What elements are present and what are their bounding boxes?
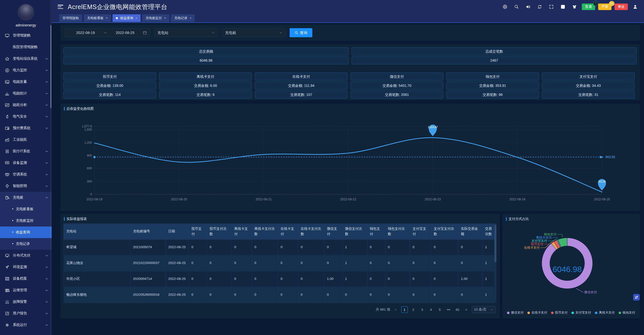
sidebar-item-医院管理驾驶舱[interactable]: 医院管理驾驶舱 [0,41,52,53]
sidebar-subitem-充电桩看板[interactable]: 充电桩看板 [0,203,52,215]
pile-select[interactable]: 充电桩 [222,28,286,37]
sidebar-subitem-充电记录[interactable]: 充电记录 [0,238,52,250]
alarm-badge-普通[interactable]: 普通7 [582,4,595,10]
pagination-page-3[interactable]: 3 [419,306,425,313]
pagination-page-1[interactable]: 1 [401,306,408,313]
legend-item-支付宝支付[interactable]: 支付宝支付 [571,311,591,315]
donut-legend: 微信支付在线卡支付投币支付支付宝支付离线卡支付钱包支付 [502,311,640,315]
sidebar-item-变电站综自系统[interactable]: 变电站综自系统 [0,53,52,64]
date-range-picker[interactable]: 2022-08-19 ~ 2022-08-25 [64,28,150,37]
table-header-cell: 日期 [166,224,189,240]
table-cell: 0 [232,287,252,303]
chevron-up-icon [45,196,48,199]
query-button[interactable]: 查询 [290,28,312,37]
date-start[interactable]: 2022-08-19 [68,31,103,35]
tab-充电桩看板[interactable]: 充电桩看板 [84,14,111,22]
legend-dot-icon [619,312,621,314]
hvac-icon [5,172,10,177]
sidebar-item-充电桩[interactable]: 充电桩 [0,192,52,203]
theme-icon[interactable] [570,3,579,11]
date-separator: ~ [103,31,107,35]
table-cell: 0 [324,239,343,255]
chevron-down-icon [45,115,48,118]
sidebar-item-医疗IT系统[interactable]: 医疗IT系统 [0,145,52,157]
pagination-page-4[interactable]: 4 [428,306,434,313]
table-cell: 0 [385,271,410,287]
legend-item-在线卡支付[interactable]: 在线卡支付 [527,311,547,315]
sidebar-item-能耗分析[interactable]: 能耗分析 [0,99,52,111]
table-scrollbar-thumb[interactable] [494,225,496,262]
fullscreen-icon[interactable] [547,3,556,11]
record-icon[interactable] [501,3,509,11]
legend-item-钱包支付[interactable]: 钱包支付 [619,311,635,315]
station-select[interactable]: 充电站 [154,28,218,37]
table-cell: 0 [410,239,431,255]
sidebar-item-环境监测[interactable]: 环境监测 [0,261,52,273]
sidebar-item-预付费系统[interactable]: 预付费系统 [0,122,52,134]
query-panel: 2022-08-19 ~ 2022-08-25 充电站 充电桩 查询 [60,25,640,41]
prepaid-icon [5,126,10,131]
table-cell: 2020004714 [130,271,166,287]
alarm-badge-事故[interactable]: 事故 [615,4,628,10]
pagination-prev-icon[interactable]: < [392,306,399,313]
sidebar-scrollbar-thumb[interactable] [50,25,51,108]
avatar[interactable] [18,4,34,21]
payment-card-amount: 交易金额: 6.00 [159,82,252,90]
sidebar-item-label: 设备档案 [13,276,27,281]
pagination-page-45[interactable]: 45 [454,306,461,313]
legend-dot-icon [507,312,510,314]
menu-collapse-icon[interactable] [58,5,63,9]
legend-label: 离线卡支付 [599,311,615,315]
sidebar-item-运维管理[interactable]: 运维管理 [0,284,52,296]
pagination-page-2[interactable]: 2 [410,306,417,313]
sidebar-subitem-充电桩监控[interactable]: 充电桩监控 [0,215,52,227]
tab-close-icon[interactable] [164,16,166,20]
sidebar-item-工业能耗[interactable]: 工业能耗 [0,134,52,145]
sidebar-item-电力监控[interactable]: 电力监控 [0,64,52,76]
sidebar-item-管理驾驶舱[interactable]: 管理驾驶舱 [0,30,52,41]
sidebar-item-设备监测[interactable]: 设备监测 [0,157,52,169]
legend-item-离线卡支付[interactable]: 离线卡支付 [595,311,615,315]
alarm-badge-严重[interactable]: 严重84 [598,4,612,10]
tab-充电记录[interactable]: 充电记录 [171,14,195,22]
sound-icon[interactable] [524,3,532,11]
table-row: 畅达峰东侧地202205260000182022-08-250000000000… [64,287,495,303]
sidebar-item-电气安全[interactable]: 电气安全 [0,111,52,122]
table-cell: 0 [324,287,343,303]
tab-close-icon[interactable] [135,16,137,20]
sidebar-item-空调系统[interactable]: 空调系统 [0,169,52,180]
legend-item-微信支付[interactable]: 微信支付 [507,311,524,315]
table-header-cell: 交易次数 [483,224,495,240]
sidebar-item-智能照明[interactable]: 智能照明 [0,180,52,192]
sidebar-item-label: 环境监测 [13,265,27,269]
pagination-page-5[interactable]: 5 [436,306,443,313]
legend-item-投币支付[interactable]: 投币支付 [551,311,568,315]
tab-充电桩监控[interactable]: 充电桩监控 [142,14,169,22]
tab-close-icon[interactable] [190,16,191,20]
sidebar-item-label: 工业能耗 [13,137,27,142]
date-end[interactable]: 2022-08-25 [107,31,143,35]
payment-amount-value: 34.43 [592,84,601,88]
revenue-report-panel: 实际收益报表 充电站充电桩编号日期投币支付投币支付次数离线卡支付离线卡支付次数在… [60,214,500,318]
pagination-next-icon[interactable]: > [463,306,469,313]
refresh-icon[interactable] [535,3,544,11]
page-size-select[interactable]: 15 条/页 [472,306,495,313]
tab-close-icon[interactable] [106,16,108,20]
sidebar-item-系统运行[interactable]: 系统运行 [0,319,52,331]
sidebar-item-设备档案[interactable]: 设备档案 [0,273,52,284]
search-icon[interactable] [512,3,521,11]
translate-icon[interactable]: A文 [559,3,567,11]
sidebar-item-用户报告[interactable]: 用户报告 [0,308,52,319]
sidebar-item-label: 电力监控 [13,68,27,72]
sidebar-item-电能统计[interactable]: 电能统计 [0,88,52,99]
tab-管理驾驶舱[interactable]: 管理驾驶舱 [59,14,82,22]
device-archive-icon [5,276,10,281]
user-icon[interactable] [631,3,639,11]
sidebar-item-分布式光伏[interactable]: 分布式光伏 [0,250,52,261]
theme-settings-fab[interactable] [633,294,640,301]
tab-收益查询[interactable]: 收益查询 [113,14,141,22]
sidebar-item-电能质量[interactable]: 电能质量 [0,76,52,88]
table-cell: 0 [410,255,431,271]
sidebar-subitem-收益查询[interactable]: 收益查询 [0,227,52,238]
sidebar-item-故障报警[interactable]: 故障报警 [0,296,52,308]
